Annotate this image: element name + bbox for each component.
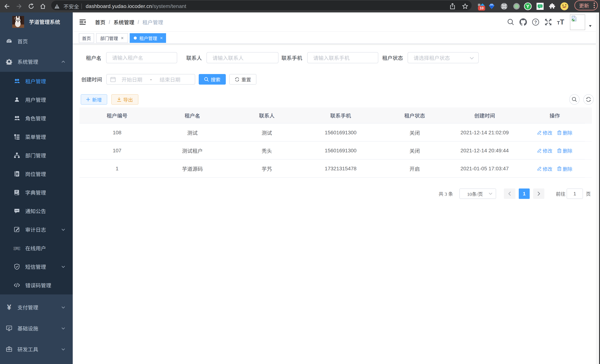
svg-text:?: ? [534,20,537,25]
svg-text:((8)): ((8)) [14,246,20,250]
